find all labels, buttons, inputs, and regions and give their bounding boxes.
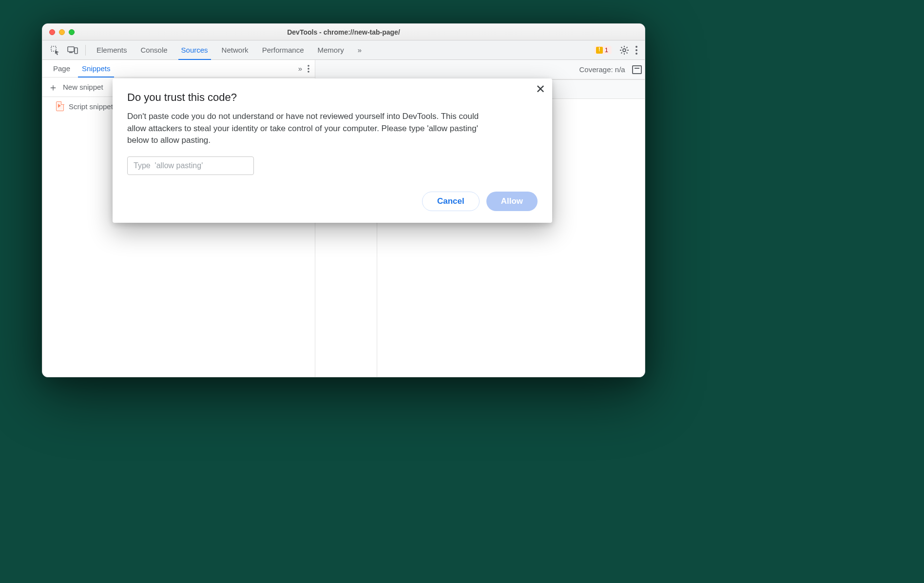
tab-elements[interactable]: Elements <box>90 40 134 59</box>
button-label: Allow <box>501 196 523 206</box>
chevron-double-right-icon[interactable]: » <box>298 64 302 73</box>
close-window-button[interactable] <box>49 29 55 35</box>
snippet-name: Script snippet <box>69 102 113 111</box>
divider <box>85 45 86 56</box>
warning-icon <box>596 47 603 54</box>
issues-badge[interactable]: 1 <box>594 46 612 54</box>
tabs-overflow[interactable]: » <box>351 40 368 59</box>
svg-point-9 <box>308 68 309 70</box>
more-menu-button[interactable] <box>635 45 638 55</box>
tab-network[interactable]: Network <box>215 40 255 59</box>
allow-pasting-input[interactable] <box>127 156 254 175</box>
zoom-window-button[interactable] <box>69 29 75 35</box>
issues-count: 1 <box>605 46 608 54</box>
dialog-actions: Cancel Allow <box>127 192 538 211</box>
tab-console[interactable]: Console <box>134 40 174 59</box>
new-snippet-button[interactable]: New snippet <box>63 83 103 91</box>
svg-point-4 <box>623 49 626 52</box>
svg-rect-1 <box>68 47 74 52</box>
plus-icon[interactable]: ＋ <box>48 82 58 92</box>
tab-performance[interactable]: Performance <box>255 40 311 59</box>
svg-rect-3 <box>75 48 77 54</box>
dialog-title: Do you trust this code? <box>127 91 538 104</box>
tab-memory[interactable]: Memory <box>311 40 351 59</box>
editor-status-row: Coverage: n/a <box>315 60 645 79</box>
tab-label: Network <box>222 46 249 54</box>
sidebar-tabs: Page Snippets » <box>42 60 315 78</box>
tab-label: Sources <box>181 46 208 54</box>
cancel-button[interactable]: Cancel <box>422 192 480 211</box>
svg-rect-2 <box>69 52 73 53</box>
tab-label: Memory <box>318 46 344 54</box>
sidebar-tab-page[interactable]: Page <box>47 60 76 77</box>
dialog-body: Don't paste code you do not understand o… <box>127 111 498 147</box>
trust-code-dialog: ✕ Do you trust this code? Don't paste co… <box>113 78 552 223</box>
svg-point-7 <box>635 53 637 55</box>
close-icon[interactable]: ✕ <box>536 83 545 95</box>
tab-label: Console <box>141 46 168 54</box>
device-toolbar-icon[interactable] <box>67 44 78 56</box>
settings-button[interactable] <box>619 45 629 55</box>
panel-toggle-icon[interactable] <box>632 65 642 74</box>
sources-body: Page Snippets » ＋ New snippet Script sni… <box>42 60 645 377</box>
window-title: DevTools - chrome://new-tab-page/ <box>42 28 645 36</box>
tab-label: Performance <box>262 46 304 54</box>
tab-label: Elements <box>96 46 127 54</box>
svg-point-8 <box>308 65 309 67</box>
devtools-window: DevTools - chrome://new-tab-page/ Elemen… <box>42 23 645 377</box>
button-label: Cancel <box>437 196 464 206</box>
minimize-window-button[interactable] <box>59 29 65 35</box>
inspect-element-icon[interactable] <box>49 44 61 56</box>
chevron-double-right-icon: » <box>358 46 362 54</box>
more-menu-button[interactable] <box>307 64 310 73</box>
coverage-label: Coverage: n/a <box>579 65 625 74</box>
svg-point-5 <box>635 46 637 48</box>
svg-point-10 <box>308 71 309 73</box>
window-titlebar: DevTools - chrome://new-tab-page/ <box>42 24 645 40</box>
devtools-tabstrip: Elements Console Sources Network Perform… <box>42 40 645 60</box>
sidebar-tab-snippets[interactable]: Snippets <box>76 60 116 77</box>
allow-button[interactable]: Allow <box>486 192 538 211</box>
tab-label: Snippets <box>82 64 110 73</box>
svg-point-6 <box>635 49 637 51</box>
tab-sources[interactable]: Sources <box>174 40 215 59</box>
tab-label: Page <box>53 64 70 73</box>
traffic-lights <box>42 29 75 35</box>
snippet-file-icon <box>56 101 64 111</box>
